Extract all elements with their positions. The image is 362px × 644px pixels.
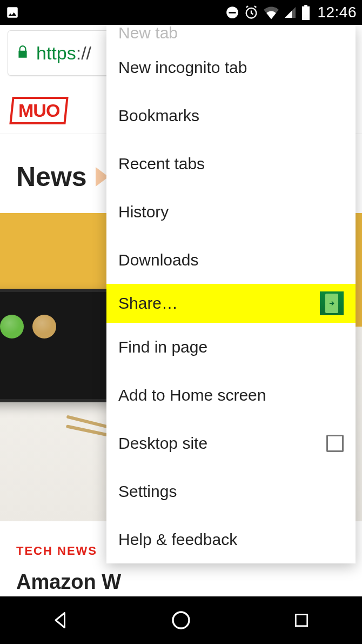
article-category[interactable]: TECH NEWS [16, 544, 97, 558]
status-time: 12:46 [317, 4, 357, 21]
status-bar: 12:46 [0, 0, 362, 25]
menu-item-new-tab[interactable]: New tab [106, 25, 356, 43]
share-to-device-icon [320, 291, 344, 315]
menu-item-find-in-page[interactable]: Find in page [106, 323, 356, 371]
chrome-overflow-menu: New tab New incognito tab Bookmarks Rece… [106, 25, 356, 563]
svg-point-3 [173, 612, 189, 628]
alarm-icon [244, 5, 259, 20]
home-button[interactable] [165, 604, 197, 636]
menu-item-desktop-site[interactable]: Desktop site [106, 419, 356, 467]
photos-icon [5, 5, 19, 19]
menu-item-label: Share… [118, 294, 178, 313]
url-text: https:// [36, 43, 91, 64]
menu-item-downloads[interactable]: Downloads [106, 236, 356, 284]
menu-item-label: Recent tabs [118, 155, 205, 173]
menu-item-label: New incognito tab [118, 58, 247, 77]
page-content: https:// MUO News TECH NEWS Amazon W [0, 25, 362, 596]
menu-item-label: Add to Home screen [118, 386, 266, 404]
back-button[interactable] [44, 604, 77, 636]
menu-item-add-to-home[interactable]: Add to Home screen [106, 371, 356, 419]
svg-rect-1 [229, 12, 236, 14]
menu-item-label: History [118, 203, 169, 221]
desktop-site-checkbox[interactable] [326, 435, 344, 452]
url-rest: :// [76, 43, 91, 63]
navigation-bar [0, 596, 362, 644]
do-not-disturb-icon [225, 5, 239, 19]
menu-item-label: Downloads [118, 251, 198, 269]
menu-item-help-feedback[interactable]: Help & feedback [106, 515, 356, 563]
menu-item-label: Desktop site [118, 434, 207, 453]
site-logo[interactable]: MUO [9, 97, 69, 124]
lock-icon [16, 44, 30, 62]
url-scheme: https [36, 43, 76, 63]
heading-text: News [16, 161, 87, 192]
cell-signal-icon [284, 6, 297, 19]
svg-rect-4 [296, 614, 307, 626]
recents-button[interactable] [285, 604, 318, 636]
menu-item-history[interactable]: History [106, 188, 356, 236]
menu-item-settings[interactable]: Settings [106, 467, 356, 515]
menu-item-label: Settings [118, 482, 177, 501]
menu-item-label: New tab [118, 25, 178, 42]
section-heading: News [16, 161, 109, 192]
wifi-icon [263, 5, 279, 19]
menu-item-bookmarks[interactable]: Bookmarks [106, 91, 356, 140]
menu-item-share[interactable]: Share… [106, 284, 356, 323]
menu-item-label: Find in page [118, 338, 207, 356]
menu-item-recent-tabs[interactable]: Recent tabs [106, 140, 356, 188]
article-headline[interactable]: Amazon W [16, 571, 346, 594]
menu-item-label: Help & feedback [118, 530, 237, 549]
battery-icon [301, 5, 311, 20]
menu-item-label: Bookmarks [118, 107, 199, 125]
menu-item-incognito[interactable]: New incognito tab [106, 43, 356, 91]
